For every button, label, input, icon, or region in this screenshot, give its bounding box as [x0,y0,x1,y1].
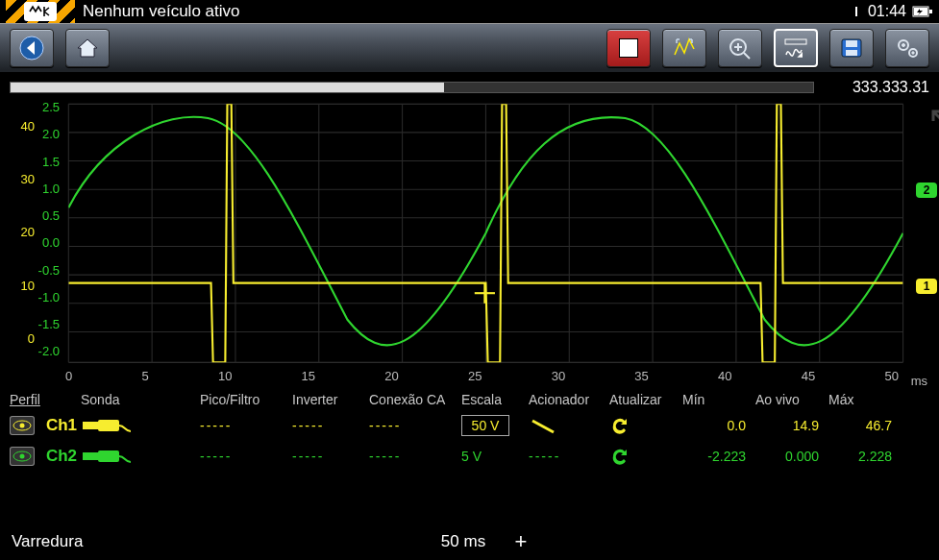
sweep-add-button[interactable]: + [502,529,540,554]
clock: 01:44 [868,3,906,20]
svg-rect-6 [785,39,806,44]
ch1-flag[interactable]: 1 [916,279,937,294]
col-acionador: Acionador [529,392,605,407]
ch2-live: 0.000 [755,449,825,464]
hazard-corner [6,0,75,23]
ch1-refresh[interactable] [609,416,679,435]
col-perfil[interactable]: Perfil [10,392,77,407]
svg-point-13 [912,52,914,54]
svg-rect-41 [98,420,119,431]
ch2-inverter[interactable]: ----- [292,449,365,464]
ch2-pico[interactable]: ----- [200,449,288,464]
zoom-button[interactable] [718,29,762,67]
timeline-bar[interactable] [10,82,814,93]
ch1-live: 14.9 [755,418,825,433]
col-sonda: Sonda [81,392,196,407]
settings-button[interactable] [885,29,929,67]
svg-point-43 [19,454,24,459]
channel-toggle-ch2[interactable]: Ch2 [10,447,77,466]
col-conexao: Conexão CA [369,392,457,407]
ch2-conexao[interactable]: ----- [369,449,457,464]
svg-point-12 [902,44,905,47]
ch2-min: -2.223 [682,449,752,464]
svg-rect-40 [83,422,98,429]
col-escala: Escala [461,392,525,407]
save-button[interactable] [829,29,874,67]
col-max: Máx [828,392,898,407]
channel-row-ch2: Ch2 ----- ----- ----- 5 V ----- -2.223 0… [10,441,929,472]
ch1-pico[interactable]: ----- [200,418,288,433]
home-button[interactable] [65,29,110,67]
frame-counter: 333.333.31 [824,79,929,96]
svg-rect-9 [846,50,857,56]
toolbar [0,23,939,73]
cursor-measure-button[interactable] [662,29,706,67]
svg-rect-3 [929,10,932,13]
col-aovivo: Ao vivo [755,392,825,407]
x-axis-unit: ms [911,374,927,388]
channel-name: Ch2 [46,447,77,466]
col-inverter: Inverter [292,392,365,407]
eye-icon [10,447,35,466]
ch1-max: 46.7 [828,418,898,433]
channel-toggle-ch1[interactable]: Ch1 [10,416,77,435]
sweep-value[interactable]: 50 ms [425,532,502,551]
record-button[interactable] [606,29,651,67]
ch2-max: 2.228 [828,449,898,464]
col-min: Mín [682,392,752,407]
channel-row-ch1: Ch1 ----- ----- ----- 50 V 0.0 14.9 46.7 [10,410,929,441]
ch2-trigger[interactable]: ----- [529,449,605,464]
probe-icon[interactable] [81,417,196,434]
scope-display[interactable]: 403020100 2.52.01.51.00.50.0-0.5-1.0-1.5… [12,100,927,388]
battery-icon [912,5,933,18]
wave-settings-button[interactable] [774,29,818,67]
y-axis-ch1: 403020100 [8,100,35,365]
page-title: Nenhum veículo ativo [83,2,239,21]
sweep-label[interactable]: Varredura [12,532,425,551]
svg-rect-44 [83,452,98,460]
channel-name: Ch1 [46,416,77,435]
ch2-flag[interactable]: 2 [916,183,937,198]
ch2-escala[interactable]: 5 V [461,449,525,464]
ch1-conexao[interactable]: ----- [369,418,457,433]
channel-controls: Perfil Sonda Pico/Filtro Inverter Conexã… [10,392,929,472]
col-atualizar: Atualizar [609,392,679,407]
svg-rect-45 [98,450,119,462]
y-axis-ch2: 2.52.01.51.00.50.0-0.5-1.0-1.5-2.0 [33,100,60,365]
x-axis: 05101520253035404550 [65,369,899,388]
diag-badge [24,2,57,21]
probe-icon[interactable] [81,448,196,465]
back-button[interactable] [10,29,54,67]
ch1-inverter[interactable]: ----- [292,418,365,433]
ch2-refresh[interactable] [609,447,679,466]
ch1-escala[interactable]: 50 V [461,415,525,436]
ch1-trigger[interactable] [529,417,605,434]
ch1-min: 0.0 [682,418,752,433]
svg-rect-0 [855,7,857,16]
col-pico: Pico/Filtro [200,392,288,407]
eye-icon [10,416,35,435]
signal-icon [851,5,862,18]
svg-point-39 [19,424,24,428]
svg-rect-8 [846,40,857,47]
